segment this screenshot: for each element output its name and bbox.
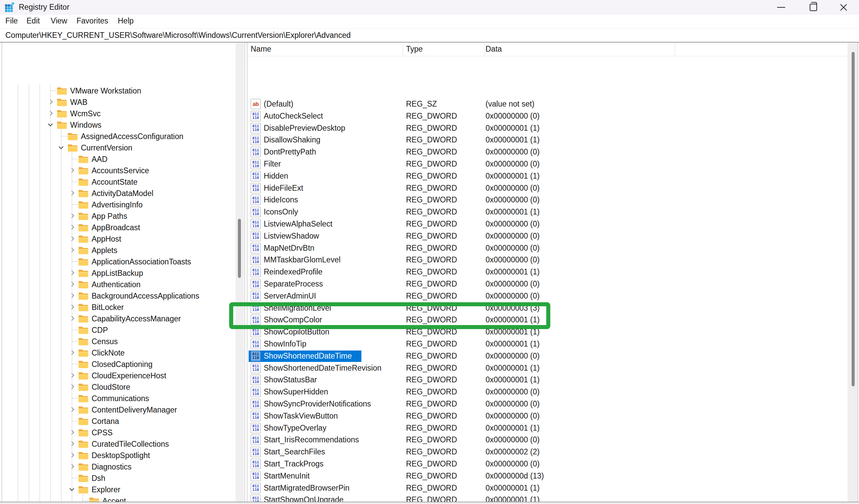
- tree-item-clicknote[interactable]: ClickNote: [2, 347, 244, 359]
- tree-item-cloudexperiencehost[interactable]: CloudExperienceHost: [2, 370, 244, 381]
- chevron-right-icon[interactable]: [70, 316, 74, 321]
- tree-item-label-group[interactable]: AccountState: [76, 177, 141, 187]
- tree-item-label-group[interactable]: Diagnostics: [76, 461, 135, 472]
- tree-item-applistbackup[interactable]: AppListBackup: [2, 267, 244, 279]
- chevron-right-icon[interactable]: [70, 304, 74, 309]
- chevron-right-icon[interactable]: [70, 293, 74, 298]
- menu-item-favorites[interactable]: Favorites: [76, 16, 108, 26]
- tree-item-wcmsvc[interactable]: WcmSvc: [2, 108, 244, 119]
- list-scrollbar-thumb[interactable]: [852, 52, 855, 387]
- tree-item-label-group[interactable]: AssignedAccessConfiguration: [66, 131, 187, 142]
- panel-splitter[interactable]: [245, 43, 247, 502]
- chevron-right-icon[interactable]: [70, 270, 74, 275]
- chevron-right-icon[interactable]: [70, 191, 74, 195]
- tree-item-diagnostics[interactable]: Diagnostics: [2, 461, 244, 473]
- tree-item-label-group[interactable]: ClosedCaptioning: [76, 359, 156, 369]
- tree-item-appbroadcast[interactable]: AppBroadcast: [2, 222, 244, 233]
- tree-item-assignedaccessconfiguration[interactable]: AssignedAccessConfiguration: [2, 131, 244, 142]
- registry-value-row-showsuperhidden[interactable]: 011110ShowSuperHiddenREG_DWORD0x00000000…: [247, 386, 848, 398]
- tree-item-applets[interactable]: Applets: [2, 245, 244, 256]
- tree-item-backgroundaccessapplications[interactable]: BackgroundAccessApplications: [2, 290, 244, 302]
- tree-item-activitydatamodel[interactable]: ActivityDataModel: [2, 188, 244, 199]
- registry-value-row-filter[interactable]: 011110FilterREG_DWORD0x00000000 (0): [247, 158, 848, 170]
- registry-value-row-showshorteneddatetime[interactable]: 011110ShowShortenedDateTimeREG_DWORD0x00…: [247, 350, 848, 362]
- tree-item-label-group[interactable]: ClickNote: [76, 347, 128, 358]
- registry-value-row-showtypeoverlay[interactable]: 011110ShowTypeOverlayREG_DWORD0x00000001…: [247, 422, 848, 434]
- tree-item-apphost[interactable]: AppHost: [2, 233, 244, 245]
- chevron-right-icon[interactable]: [70, 464, 74, 469]
- menu-item-help[interactable]: Help: [118, 16, 134, 26]
- tree-item-closedcaptioning[interactable]: ClosedCaptioning: [2, 359, 244, 370]
- registry-value-row-showcompcolor[interactable]: 011110ShowCompColorREG_DWORD0x00000001 (…: [247, 314, 848, 326]
- tree-item-label-group[interactable]: Explorer: [76, 484, 124, 495]
- chevron-down-icon[interactable]: [70, 486, 74, 491]
- chevron-right-icon[interactable]: [70, 407, 74, 412]
- tree-item-windows[interactable]: Windows: [2, 119, 244, 131]
- menu-item-edit[interactable]: Edit: [27, 16, 40, 26]
- tree-item-label-group[interactable]: CapabilityAccessManager: [76, 313, 184, 324]
- chevron-right-icon[interactable]: [70, 350, 74, 355]
- tree-item-vmware-workstation[interactable]: VMware Workstation: [2, 85, 244, 96]
- tree-item-cdp[interactable]: CDP: [2, 325, 244, 336]
- tree-item-label-group[interactable]: Accent: [87, 495, 129, 502]
- tree-item-label-group[interactable]: BitLocker: [76, 302, 127, 313]
- menu-item-file[interactable]: File: [5, 16, 18, 26]
- tree-item-census[interactable]: Census: [2, 336, 244, 347]
- column-header-type[interactable]: Type: [406, 45, 423, 53]
- registry-value-row-hidefileext[interactable]: 011110HideFileExtREG_DWORD0x00000000 (0): [247, 182, 848, 194]
- tree-item-applicationassociationtoasts[interactable]: ApplicationAssociationToasts: [2, 256, 244, 267]
- column-header-data[interactable]: Data: [485, 45, 502, 53]
- chevron-right-icon[interactable]: [70, 441, 74, 446]
- chevron-right-icon[interactable]: [70, 282, 74, 286]
- registry-value-row-showtaskviewbutton[interactable]: 011110ShowTaskViewButtonREG_DWORD0x00000…: [247, 410, 848, 422]
- tree-item-label-group[interactable]: CDP: [76, 325, 111, 335]
- restore-button[interactable]: [803, 0, 824, 15]
- tree-item-label-group[interactable]: ActivityDataModel: [76, 188, 157, 199]
- tree-item-communications[interactable]: Communications: [2, 393, 244, 404]
- registry-value-row-start-irisrecommendations[interactable]: 011110Start_IrisRecommendationsREG_DWORD…: [247, 434, 848, 446]
- registry-value-row-startmigratedbrowserpin[interactable]: 011110StartMigratedBrowserPinREG_DWORD0x…: [247, 482, 848, 494]
- tree-item-label-group[interactable]: AdvertisingInfo: [76, 200, 146, 210]
- tree-item-label-group[interactable]: Windows: [55, 120, 105, 130]
- registry-value-row-showstatusbar[interactable]: 011110ShowStatusBarREG_DWORD0x00000001 (…: [247, 374, 848, 386]
- chevron-right-icon[interactable]: [70, 168, 74, 173]
- tree-item-label-group[interactable]: WAB: [55, 97, 91, 108]
- tree-item-curatedtilecollections[interactable]: CuratedTileCollections: [2, 438, 244, 450]
- chevron-right-icon[interactable]: [48, 99, 53, 104]
- tree-item-authentication[interactable]: Authentication: [2, 279, 244, 290]
- registry-value-row-start-searchfiles[interactable]: 011110Start_SearchFilesREG_DWORD0x000000…: [247, 446, 848, 458]
- registry-value-row-mapnetdrvbtn[interactable]: 011110MapNetDrvBtnREG_DWORD0x00000000 (0…: [247, 242, 848, 254]
- registry-value-row-iconsonly[interactable]: 011110IconsOnlyREG_DWORD0x00000001 (1): [247, 206, 848, 218]
- tree-item-aad[interactable]: AAD: [2, 154, 244, 165]
- registry-value-row-showcopilotbutton[interactable]: 011110ShowCopilotButtonREG_DWORD0x000000…: [247, 326, 848, 338]
- registry-value-row-showsyncprovidernotifications[interactable]: 011110ShowSyncProviderNotificationsREG_D…: [247, 398, 848, 410]
- tree-scrollbar-thumb[interactable]: [238, 219, 241, 278]
- tree-item-label-group[interactable]: AppBroadcast: [76, 222, 143, 233]
- tree-item-label-group[interactable]: CuratedTileCollections: [76, 439, 172, 450]
- tree-item-label-group[interactable]: BackgroundAccessApplications: [76, 290, 203, 301]
- registry-value-row-shellmigrationlevel[interactable]: 011110ShellMigrationLevelREG_DWORD0x0000…: [247, 302, 848, 314]
- tree-item-app-paths[interactable]: App Paths: [2, 210, 244, 222]
- list-scrollbar[interactable]: [848, 43, 858, 502]
- registry-value-row-startmenuinit[interactable]: 011110StartMenuInitREG_DWORD0x0000000d (…: [247, 470, 848, 482]
- tree-item-label-group[interactable]: Cortana: [76, 416, 122, 427]
- column-header-name[interactable]: Name: [251, 45, 271, 53]
- registry-value-row-default[interactable]: ab(Default)REG_SZ(value not set): [247, 98, 848, 110]
- tree-item-bitlocker[interactable]: BitLocker: [2, 302, 244, 313]
- registry-value-row-hideicons[interactable]: 011110HideIconsREG_DWORD0x00000000 (0): [247, 194, 848, 206]
- chevron-right-icon[interactable]: [70, 214, 74, 218]
- tree-item-label-group[interactable]: Applets: [76, 245, 121, 256]
- column-divider[interactable]: [403, 43, 403, 56]
- tree-scrollbar[interactable]: [236, 43, 244, 502]
- registry-value-row-hidden[interactable]: 011110HiddenREG_DWORD0x00000001 (1): [247, 170, 848, 182]
- tree-item-dsh[interactable]: Dsh: [2, 473, 244, 484]
- chevron-right-icon[interactable]: [70, 248, 74, 252]
- minimize-button[interactable]: [770, 0, 792, 15]
- chevron-right-icon[interactable]: [70, 236, 74, 241]
- tree-item-label-group[interactable]: ContentDeliveryManager: [76, 405, 180, 415]
- registry-value-row-disablepreviewdesktop[interactable]: 011110DisablePreviewDesktopREG_DWORD0x00…: [247, 122, 848, 135]
- tree-item-advertisinginfo[interactable]: AdvertisingInfo: [2, 199, 244, 210]
- tree-item-label-group[interactable]: AppHost: [76, 234, 124, 244]
- chevron-right-icon[interactable]: [70, 225, 74, 230]
- tree-item-label-group[interactable]: CloudStore: [76, 382, 134, 392]
